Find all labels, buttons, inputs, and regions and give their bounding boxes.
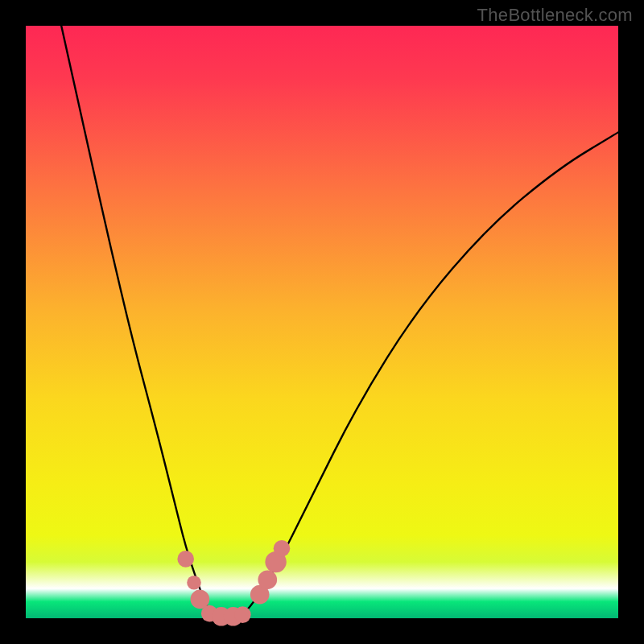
bottleneck-chart <box>0 0 644 644</box>
plot-gradient-bg <box>26 26 618 618</box>
curve-marker <box>234 606 251 623</box>
curve-marker <box>274 540 291 557</box>
curve-marker <box>187 576 201 590</box>
watermark-text: TheBottleneck.com <box>477 5 633 26</box>
curve-marker <box>258 570 278 589</box>
curve-marker <box>177 551 194 568</box>
